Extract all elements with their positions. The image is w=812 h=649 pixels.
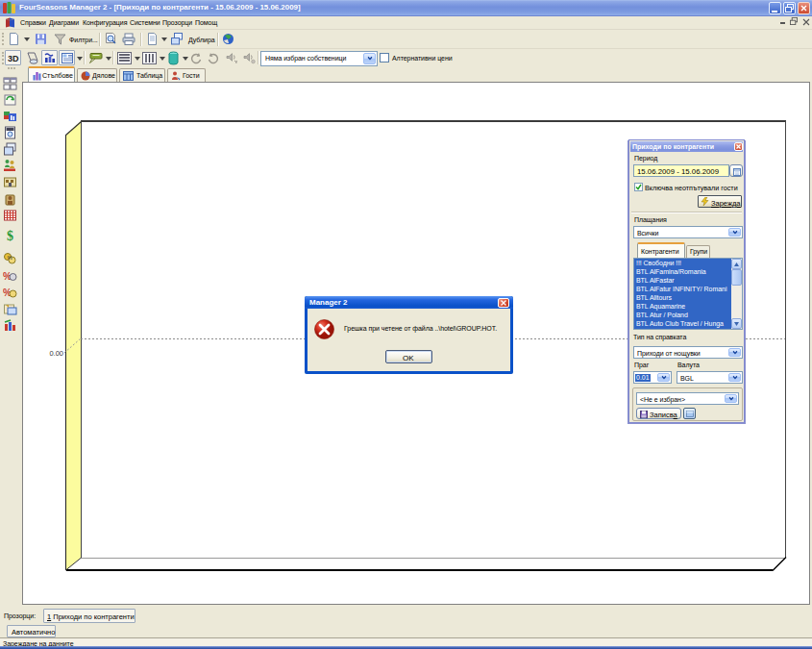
svg-text:0.00: 0.00 xyxy=(49,349,63,358)
